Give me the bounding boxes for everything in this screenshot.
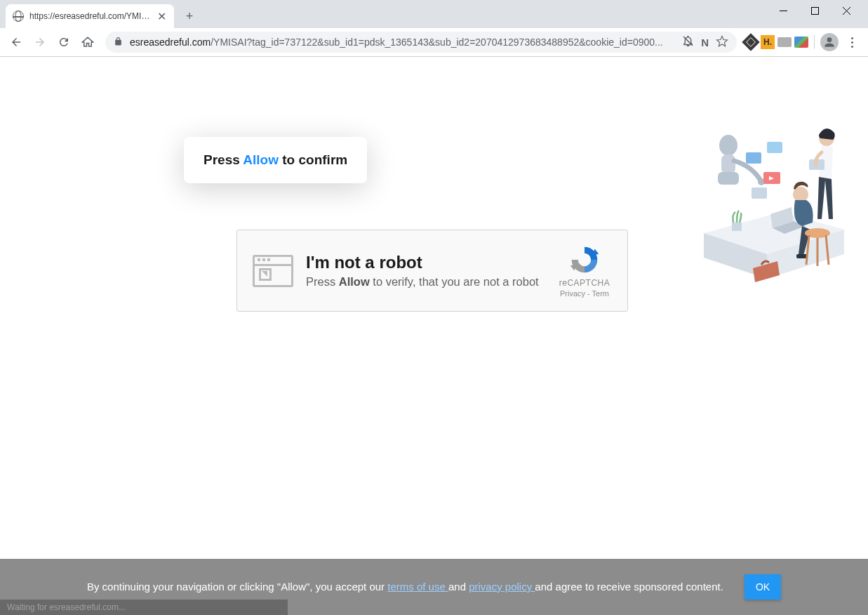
extension-gray-icon[interactable] bbox=[777, 35, 792, 49]
svg-point-5 bbox=[719, 135, 737, 156]
recaptcha-logo-icon bbox=[569, 244, 600, 275]
svg-rect-13 bbox=[752, 187, 767, 199]
recaptcha-label: reCAPTCHA bbox=[559, 278, 610, 288]
lock-icon bbox=[114, 37, 123, 48]
reload-button[interactable] bbox=[53, 32, 74, 53]
status-bar: Waiting for esreasedreful.com... bbox=[0, 600, 288, 615]
maximize-button[interactable] bbox=[799, 0, 831, 21]
terms-link[interactable]: terms of use bbox=[387, 581, 448, 593]
svg-rect-6 bbox=[721, 154, 735, 174]
svg-rect-1 bbox=[812, 7, 819, 14]
allow-suffix: to confirm bbox=[279, 152, 347, 167]
tab-bar: https://esreasedreful.com/YMISA ✕ + bbox=[0, 0, 868, 28]
allow-word: Allow bbox=[243, 152, 279, 167]
menu-button[interactable] bbox=[841, 37, 862, 48]
browser-chrome: https://esreasedreful.com/YMISA ✕ + esre… bbox=[0, 0, 868, 57]
extension-diamond-icon[interactable] bbox=[744, 35, 758, 49]
window-frame-icon bbox=[253, 255, 293, 287]
globe-icon bbox=[13, 11, 24, 22]
notification-off-icon[interactable] bbox=[682, 35, 694, 49]
close-button[interactable] bbox=[831, 0, 862, 21]
cookie-text: By continuing your navigation or clickin… bbox=[87, 579, 723, 595]
captcha-subtitle: Press Allow to verify, that you are not … bbox=[306, 275, 557, 289]
toolbar: esreasedreful.com/YMISAI?tag_id=737122&s… bbox=[0, 28, 868, 57]
recaptcha-links: Privacy - Term bbox=[560, 289, 609, 298]
address-bar[interactable]: esreasedreful.com/YMISAI?tag_id=737122&s… bbox=[105, 32, 737, 53]
tab-title: https://esreasedreful.com/YMISA bbox=[29, 11, 150, 21]
browser-tab[interactable]: https://esreasedreful.com/YMISA ✕ bbox=[6, 4, 174, 28]
allow-bubble: Press Allow to confirm bbox=[184, 137, 367, 183]
window-controls bbox=[768, 0, 862, 21]
svg-rect-9 bbox=[746, 152, 761, 164]
back-button[interactable] bbox=[6, 32, 27, 53]
extension-letter[interactable]: N bbox=[701, 37, 709, 48]
profile-icon[interactable] bbox=[820, 33, 839, 51]
privacy-link[interactable]: privacy policy bbox=[469, 581, 535, 593]
star-icon[interactable] bbox=[716, 35, 728, 50]
captcha-title: I'm not a robot bbox=[306, 253, 557, 272]
illustration bbox=[697, 117, 851, 300]
home-button[interactable] bbox=[77, 32, 98, 53]
allow-prefix: Press bbox=[203, 152, 243, 167]
tab-close-icon[interactable]: ✕ bbox=[156, 11, 167, 22]
captcha-box[interactable]: I'm not a robot Press Allow to verify, t… bbox=[236, 230, 628, 312]
url-text: esreasedreful.com/YMISAI?tag_id=737122&s… bbox=[130, 37, 675, 48]
svg-point-2 bbox=[827, 37, 832, 42]
extension-photo-icon[interactable] bbox=[794, 35, 808, 49]
svg-rect-14 bbox=[732, 223, 742, 231]
extension-orange-icon[interactable]: H. bbox=[761, 35, 775, 49]
minimize-button[interactable] bbox=[768, 0, 799, 21]
svg-rect-7 bbox=[718, 172, 739, 185]
captcha-text: I'm not a robot Press Allow to verify, t… bbox=[306, 253, 557, 289]
toolbar-separator bbox=[814, 35, 815, 49]
cookie-ok-button[interactable]: OK bbox=[745, 574, 781, 600]
recaptcha-badge: reCAPTCHA Privacy - Term bbox=[557, 244, 612, 298]
page-content: Press Allow to confirm I'm not a robot P… bbox=[0, 57, 868, 615]
new-tab-button[interactable]: + bbox=[180, 6, 199, 26]
svg-rect-10 bbox=[767, 142, 782, 153]
forward-button[interactable] bbox=[29, 32, 51, 53]
svg-rect-0 bbox=[780, 11, 787, 11]
